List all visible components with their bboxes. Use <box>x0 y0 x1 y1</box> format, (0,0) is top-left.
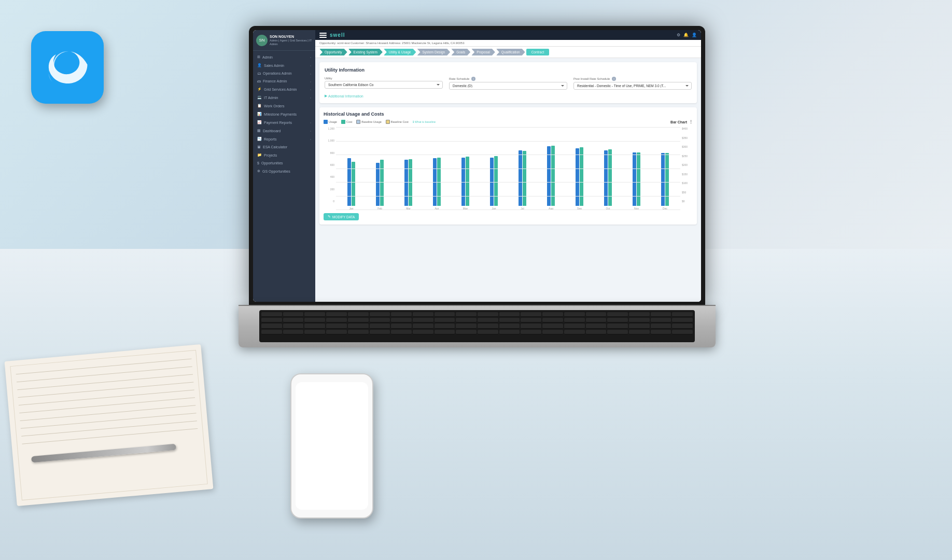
keyboard-key[interactable] <box>651 324 671 328</box>
keyboard-key[interactable] <box>672 330 693 334</box>
keyboard-key[interactable] <box>542 324 563 328</box>
keyboard-key[interactable] <box>651 318 671 323</box>
keyboard-key[interactable] <box>672 312 693 317</box>
keyboard-key[interactable] <box>261 330 282 334</box>
sidebar-item-opportunities[interactable]: $ Opportunities <box>253 159 315 167</box>
keyboard-key[interactable] <box>283 324 304 328</box>
keyboard-key[interactable] <box>651 330 671 334</box>
keyboard-key[interactable] <box>629 312 650 317</box>
tab-contract[interactable]: Contract <box>526 49 550 55</box>
sidebar-item-esa-calc[interactable]: 🖩 ESA Calculator <box>253 143 315 151</box>
sidebar-item-projects[interactable]: 📁 Projects <box>253 151 315 159</box>
keyboard-key[interactable] <box>348 312 369 317</box>
keyboard-key[interactable] <box>261 324 282 328</box>
keyboard-key[interactable] <box>542 312 563 317</box>
keyboard-key[interactable] <box>672 318 693 323</box>
keyboard-key[interactable] <box>499 318 520 323</box>
keyboard-key[interactable] <box>304 312 325 317</box>
keyboard-key[interactable] <box>304 318 325 323</box>
keyboard-key[interactable] <box>283 318 304 323</box>
sidebar-item-admin[interactable]: ⊞ Admin › <box>253 53 315 61</box>
keyboard-key[interactable] <box>370 318 390 323</box>
keyboard-key[interactable] <box>326 318 347 323</box>
keyboard-key[interactable] <box>391 312 412 317</box>
keyboard-key[interactable] <box>391 330 412 334</box>
keyboard-key[interactable] <box>326 324 347 328</box>
keyboard-key[interactable] <box>564 318 585 323</box>
keyboard-key[interactable] <box>370 324 390 328</box>
keyboard-key[interactable] <box>304 324 325 328</box>
keyboard-key[interactable] <box>586 312 607 317</box>
keyboard-key[interactable] <box>564 330 585 334</box>
notification-icon[interactable]: 🔔 <box>683 33 689 37</box>
keyboard-key[interactable] <box>348 318 369 323</box>
keyboard-key[interactable] <box>478 324 498 328</box>
sidebar-item-it-admin[interactable]: 💻 IT Admin › <box>253 93 315 102</box>
keyboard-key[interactable] <box>629 330 650 334</box>
sidebar-item-dashboard[interactable]: ▦ Dashboard › <box>253 127 315 135</box>
sidebar-item-ops-admin[interactable]: 🗂 Operations Admin › <box>253 69 315 77</box>
keyboard-key[interactable] <box>499 330 520 334</box>
sidebar-item-work-orders[interactable]: 📋 Work Orders <box>253 102 315 110</box>
sidebar-item-sales-admin[interactable]: 👤 Sales Admin › <box>253 61 315 69</box>
keyboard-key[interactable] <box>672 324 693 328</box>
modify-data-button[interactable]: ✎ MODIFY DATA <box>324 213 359 220</box>
keyboard-key[interactable] <box>499 312 520 317</box>
keyboard-key[interactable] <box>326 312 347 317</box>
keyboard-key[interactable] <box>629 318 650 323</box>
tab-existing-system[interactable]: Existing System <box>348 49 383 55</box>
keyboard-key[interactable] <box>607 318 628 323</box>
keyboard-key[interactable] <box>370 330 390 334</box>
keyboard-key[interactable] <box>326 330 347 334</box>
keyboard-key[interactable] <box>456 324 477 328</box>
settings-icon[interactable]: ⚙ <box>677 33 680 37</box>
keyboard-key[interactable] <box>607 330 628 334</box>
keyboard-key[interactable] <box>607 312 628 317</box>
sidebar-item-grid-admin[interactable]: ⚡ Grid Services Admin › <box>253 85 315 93</box>
menu-icon[interactable] <box>319 33 327 38</box>
keyboard-key[interactable] <box>435 312 455 317</box>
keyboard-key[interactable] <box>586 330 607 334</box>
additional-info-toggle[interactable]: ▶ Additional Information <box>325 94 692 98</box>
sidebar-item-milestone[interactable]: 📊 Milestone Payments <box>253 110 315 118</box>
keyboard-key[interactable] <box>542 330 563 334</box>
keyboard-key[interactable] <box>348 324 369 328</box>
keyboard-key[interactable] <box>391 318 412 323</box>
keyboard-key[interactable] <box>283 330 304 334</box>
keyboard-key[interactable] <box>542 318 563 323</box>
keyboard-key[interactable] <box>456 312 477 317</box>
keyboard-key[interactable] <box>435 318 455 323</box>
tab-qualification[interactable]: Qualification <box>496 49 525 55</box>
keyboard-key[interactable] <box>413 324 433 328</box>
keyboard-key[interactable] <box>261 318 282 323</box>
chart-type-selector[interactable]: Bar Chart ⋮ <box>670 120 693 124</box>
keyboard-key[interactable] <box>521 312 541 317</box>
keyboard-key[interactable] <box>629 324 650 328</box>
keyboard-key[interactable] <box>586 318 607 323</box>
keyboard-key[interactable] <box>521 324 541 328</box>
keyboard-key[interactable] <box>435 324 455 328</box>
user-profile-icon[interactable]: 👤 <box>692 33 697 37</box>
keyboard-key[interactable] <box>456 318 477 323</box>
tab-opportunity[interactable]: Opportunity <box>319 49 347 55</box>
sidebar-item-reports[interactable]: 📉 Reports › <box>253 135 315 143</box>
keyboard-key[interactable] <box>304 330 325 334</box>
keyboard-key[interactable] <box>564 324 585 328</box>
keyboard-key[interactable] <box>435 330 455 334</box>
keyboard-key[interactable] <box>283 312 304 317</box>
sidebar-item-payment-reports[interactable]: 📈 Payment Reports › <box>253 118 315 127</box>
keyboard-key[interactable] <box>413 330 433 334</box>
utility-select[interactable]: Southern California Edison Co <box>325 81 443 89</box>
keyboard-key[interactable] <box>478 318 498 323</box>
tab-system-design[interactable]: System Design <box>417 49 450 55</box>
keyboard-key[interactable] <box>564 312 585 317</box>
keyboard-key[interactable] <box>607 324 628 328</box>
tab-utility-usage[interactable]: Utility & Usage <box>384 49 416 55</box>
sidebar-item-finance-admin[interactable]: 🗃 Finance Admin › <box>253 77 315 85</box>
keyboard-key[interactable] <box>413 318 433 323</box>
keyboard-key[interactable] <box>586 324 607 328</box>
keyboard-key[interactable] <box>348 330 369 334</box>
keyboard-key[interactable] <box>413 312 433 317</box>
keyboard-key[interactable] <box>261 312 282 317</box>
keyboard-key[interactable] <box>478 330 498 334</box>
